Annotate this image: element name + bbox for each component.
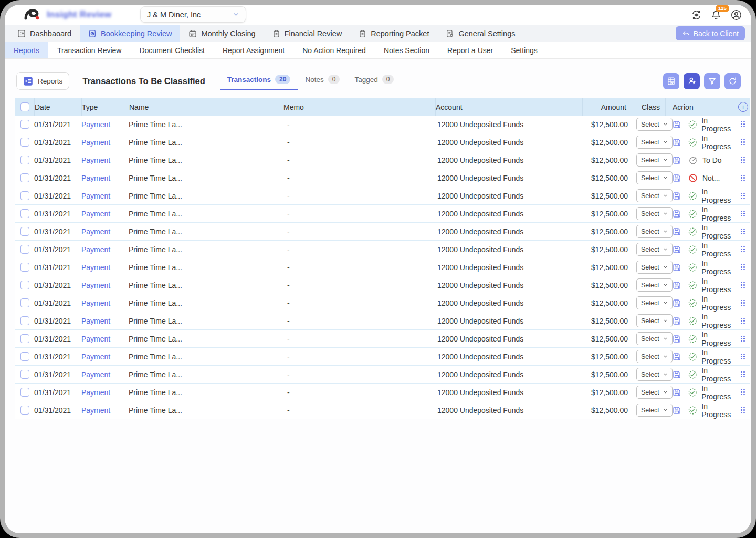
row-menu-icon[interactable]	[741, 121, 745, 128]
row-checkbox[interactable]	[20, 388, 29, 397]
row-menu-icon[interactable]	[741, 336, 745, 342]
row-menu-icon[interactable]	[741, 264, 745, 271]
subtab-document-checklist[interactable]: Document Checklist	[130, 42, 214, 58]
save-icon[interactable]	[672, 245, 681, 254]
row-checkbox[interactable]	[20, 370, 29, 379]
save-icon[interactable]	[672, 316, 681, 326]
row-checkbox[interactable]	[20, 156, 29, 164]
type-link[interactable]: Payment	[81, 227, 110, 236]
row-checkbox[interactable]	[20, 298, 29, 307]
select-all-checkbox[interactable]	[20, 102, 29, 111]
type-link[interactable]: Payment	[81, 370, 110, 379]
filter-button[interactable]	[704, 73, 720, 89]
save-icon[interactable]	[672, 209, 681, 219]
status[interactable]: In Progress	[688, 241, 736, 258]
status[interactable]: In Progress	[688, 205, 736, 222]
row-menu-icon[interactable]	[741, 139, 745, 146]
sync-review-icon[interactable]	[690, 9, 702, 20]
type-link[interactable]: Payment	[81, 120, 110, 129]
notifications-bell-icon[interactable]: 125	[710, 9, 722, 20]
row-menu-icon[interactable]	[741, 193, 745, 199]
row-checkbox[interactable]	[20, 191, 29, 200]
subtab-notes-section[interactable]: Notes Section	[375, 42, 438, 58]
status[interactable]: In Progress	[688, 366, 736, 383]
row-menu-icon[interactable]	[741, 389, 745, 396]
row-checkbox[interactable]	[20, 227, 29, 236]
type-link[interactable]: Payment	[81, 245, 110, 254]
save-icon[interactable]	[672, 406, 681, 415]
assign-user-button[interactable]	[684, 73, 700, 89]
subtab-report-assignment[interactable]: Report Assignment	[214, 42, 293, 58]
row-checkbox[interactable]	[20, 316, 29, 325]
status[interactable]: Not...	[688, 173, 720, 183]
add-column-icon[interactable]: +	[738, 102, 748, 112]
type-link[interactable]: Payment	[81, 281, 110, 289]
tab-monthly-closing[interactable]: Monthly Closing	[180, 25, 264, 42]
tab-notes[interactable]: Notes 0	[298, 71, 347, 90]
save-icon[interactable]	[672, 227, 681, 236]
status[interactable]: In Progress	[688, 348, 736, 365]
status[interactable]: To Do	[688, 156, 722, 165]
row-checkbox[interactable]	[20, 263, 29, 272]
row-menu-icon[interactable]	[741, 175, 745, 181]
row-menu-icon[interactable]	[741, 371, 745, 378]
tab-transactions[interactable]: Transactions 20	[220, 71, 298, 90]
status[interactable]: In Progress	[688, 188, 736, 204]
row-menu-icon[interactable]	[741, 229, 745, 235]
row-checkbox[interactable]	[20, 138, 29, 147]
save-icon[interactable]	[672, 334, 681, 344]
row-checkbox[interactable]	[20, 209, 29, 218]
subtab-settings[interactable]: Settings	[502, 42, 547, 58]
row-checkbox[interactable]	[20, 173, 29, 182]
type-link[interactable]: Payment	[81, 156, 110, 164]
user-avatar-icon[interactable]	[730, 9, 742, 20]
status[interactable]: In Progress	[688, 402, 736, 419]
subtab-no-action-required[interactable]: No Action Required	[293, 42, 375, 58]
save-icon[interactable]	[672, 388, 681, 397]
type-link[interactable]: Payment	[81, 210, 110, 218]
row-menu-icon[interactable]	[741, 282, 745, 288]
export-excel-button[interactable]	[663, 73, 679, 89]
save-icon[interactable]	[672, 352, 681, 361]
row-menu-icon[interactable]	[741, 318, 745, 324]
type-link[interactable]: Payment	[81, 406, 110, 415]
status[interactable]: In Progress	[688, 277, 736, 294]
row-checkbox[interactable]	[20, 334, 29, 343]
status[interactable]: In Progress	[688, 259, 736, 276]
client-selector[interactable]: J & M Diner, Inc	[140, 6, 246, 23]
tab-financial-review[interactable]: Financial Review	[264, 25, 351, 42]
save-icon[interactable]	[672, 156, 681, 165]
save-icon[interactable]	[672, 263, 681, 272]
back-to-client-button[interactable]: Back to Client	[676, 26, 745, 40]
save-icon[interactable]	[672, 138, 681, 147]
tab-dashboard[interactable]: Dashbaoard	[9, 25, 80, 42]
type-link[interactable]: Payment	[81, 317, 110, 325]
row-checkbox[interactable]	[20, 120, 29, 129]
subtab-reports[interactable]: Reports	[5, 42, 48, 58]
status[interactable]: In Progress	[688, 384, 736, 401]
tab-reporting-packet[interactable]: Reporting Packet	[350, 25, 437, 42]
status[interactable]: In Progress	[688, 330, 736, 347]
type-link[interactable]: Payment	[81, 138, 110, 147]
type-link[interactable]: Payment	[81, 174, 110, 182]
row-checkbox[interactable]	[20, 352, 29, 361]
row-menu-icon[interactable]	[741, 157, 745, 163]
status[interactable]: In Progress	[688, 134, 736, 151]
type-link[interactable]: Payment	[81, 263, 110, 272]
row-menu-icon[interactable]	[741, 300, 745, 306]
save-icon[interactable]	[672, 173, 681, 183]
tab-general-settings[interactable]: General Settings	[437, 25, 523, 42]
save-icon[interactable]	[672, 298, 681, 308]
subtab-transaction-review[interactable]: Transaction Review	[48, 42, 130, 58]
row-checkbox[interactable]	[20, 281, 29, 289]
status[interactable]: In Progress	[688, 313, 736, 329]
reports-button[interactable]: Reports	[16, 72, 69, 90]
status[interactable]: In Progress	[688, 116, 736, 133]
type-link[interactable]: Payment	[81, 335, 110, 343]
save-icon[interactable]	[672, 281, 681, 290]
row-checkbox[interactable]	[20, 406, 29, 415]
type-link[interactable]: Payment	[81, 299, 110, 307]
subtab-report-a-user[interactable]: Report a User	[438, 42, 502, 58]
tab-bookkeeping-review[interactable]: Bookkeeping Review	[80, 25, 180, 42]
type-link[interactable]: Payment	[81, 388, 110, 397]
